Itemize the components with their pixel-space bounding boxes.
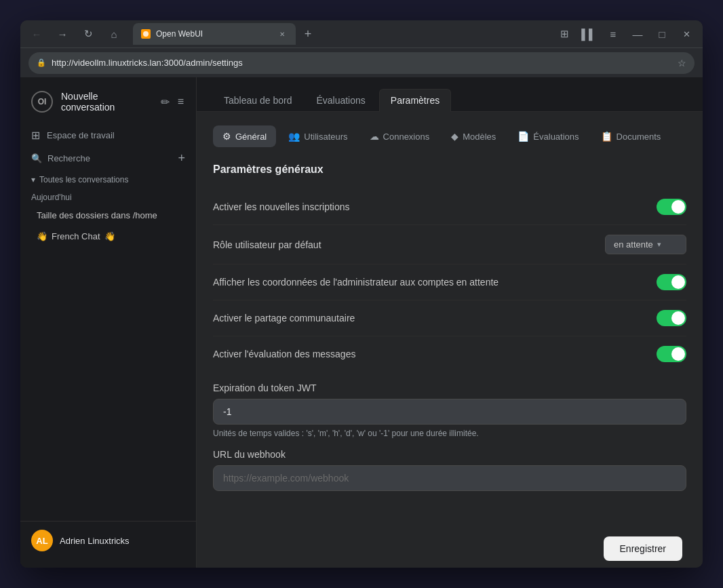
admin-coords-toggle[interactable]	[657, 274, 686, 290]
sidebar-app-title: Nouvelle conversation	[61, 91, 151, 113]
workspace-label: Espace de travail	[47, 130, 115, 140]
settings-row-inscriptions: Activer les nouvelles inscriptions	[213, 189, 686, 225]
conversations-section-header[interactable]: ▾ Toutes les conversations	[31, 175, 185, 184]
community-label: Activer le partage communautaire	[213, 313, 355, 324]
url-text: http://videollm.linuxtricks.lan:3000/adm…	[52, 58, 672, 68]
search-label: Recherche	[47, 153, 172, 163]
lock-icon: 🔒	[37, 58, 46, 67]
role-value: en attente	[614, 239, 653, 250]
tab-title: Open WebUI	[156, 29, 271, 39]
browser-window: ← → ↻ ⌂ Open WebUI ✕ + ⊞ ▌▌ ≡ — □ ✕ 🔒 ht…	[20, 20, 703, 568]
users-icon: 👥	[288, 131, 300, 142]
settings-row-admin-coords: Afficher les coordonnées de l'administra…	[213, 264, 686, 300]
workspace-icon: ⊞	[31, 129, 40, 142]
tab-close-button[interactable]: ✕	[277, 28, 288, 39]
models-icon: ◆	[451, 131, 458, 142]
forward-button[interactable]: →	[52, 23, 73, 45]
wave-emoji-right: 👋	[104, 231, 115, 241]
back-button[interactable]: ←	[26, 23, 47, 45]
maximize-button[interactable]: □	[651, 23, 673, 45]
subnav-connexions[interactable]: ☁ Connexions	[360, 125, 439, 147]
new-chat-icon[interactable]: ✏	[159, 94, 171, 110]
extensions-button[interactable]: ⊞	[553, 23, 575, 45]
wave-emoji-left: 👋	[37, 231, 47, 241]
conversation-item-1[interactable]: Taille des dossiers dans /home	[26, 205, 191, 226]
inscriptions-toggle[interactable]	[657, 199, 686, 215]
search-icon: 🔍	[31, 153, 42, 163]
save-button[interactable]: Enregistrer	[604, 536, 682, 561]
webhook-label: URL du webhook	[213, 449, 686, 460]
section-label: Toutes les conversations	[39, 175, 128, 184]
sidebar-logo: OI	[31, 91, 53, 113]
bookmarks-button[interactable]: ▌▌	[578, 23, 600, 45]
address-bar: 🔒 http://videollm.linuxtricks.lan:3000/a…	[20, 47, 703, 77]
settings-row-role: Rôle utilisateur par défaut en attente ▾	[213, 225, 686, 264]
new-tab-button[interactable]: +	[298, 24, 317, 43]
app-content: OI Nouvelle conversation ✏ ≡ ⊞ Espace de…	[20, 77, 703, 568]
today-label: Aujourd'hui	[20, 190, 196, 205]
sidebar-header-icons: ✏ ≡	[159, 94, 185, 110]
community-toggle[interactable]	[657, 310, 686, 326]
gear-icon: ⚙	[222, 131, 231, 142]
msg-eval-toggle[interactable]	[657, 346, 686, 362]
url-bar[interactable]: 🔒 http://videollm.linuxtricks.lan:3000/a…	[28, 52, 695, 74]
home-button[interactable]: ⌂	[103, 23, 125, 45]
browser-tab[interactable]: Open WebUI ✕	[133, 23, 296, 45]
chevron-down-icon: ▾	[657, 240, 661, 249]
subnav-documents[interactable]: 📋 Documents	[591, 125, 671, 147]
sidebar-menu-icon[interactable]: ≡	[176, 94, 185, 110]
refresh-button[interactable]: ↻	[77, 23, 99, 45]
documents-icon: 📋	[601, 131, 612, 142]
subnav-evaluations[interactable]: 📄 Évaluations	[508, 125, 588, 147]
sub-navigation: ⚙ Général 👥 Utilisateurs ☁ Connexions ◆ …	[213, 125, 686, 147]
settings-row-community: Activer le partage communautaire	[213, 300, 686, 336]
new-search-button[interactable]: +	[178, 151, 185, 165]
sidebar-search[interactable]: 🔍 Recherche +	[20, 147, 196, 170]
cloud-icon: ☁	[370, 131, 379, 142]
top-navigation: Tableau de bord Évaluations Paramètres	[197, 77, 703, 112]
tab-parametres[interactable]: Paramètres	[379, 89, 451, 112]
settings-area: ⚙ Général 👥 Utilisateurs ☁ Connexions ◆ …	[197, 112, 703, 568]
chevron-down-icon: ▾	[31, 175, 35, 184]
webhook-input[interactable]	[213, 465, 686, 491]
tab-controls: ← → ↻ ⌂	[26, 23, 125, 45]
inscriptions-label: Activer les nouvelles inscriptions	[213, 201, 350, 212]
subnav-utilisateurs[interactable]: 👥 Utilisateurs	[279, 125, 357, 147]
tab-evaluations[interactable]: Évaluations	[305, 90, 376, 111]
tab-bar: ← → ↻ ⌂ Open WebUI ✕ + ⊞ ▌▌ ≡ — □ ✕	[20, 20, 703, 47]
sidebar: OI Nouvelle conversation ✏ ≡ ⊞ Espace de…	[20, 77, 197, 568]
main-content: Tableau de bord Évaluations Paramètres ⚙…	[197, 77, 703, 568]
settings-row-msg-eval: Activer l'évaluation des messages	[213, 336, 686, 372]
msg-eval-label: Activer l'évaluation des messages	[213, 349, 355, 359]
settings-section-title: Paramètres généraux	[213, 163, 686, 176]
chrome-menu-button[interactable]: ≡	[602, 23, 624, 45]
eval-doc-icon: 📄	[517, 131, 529, 142]
window-controls: ⊞ ▌▌ ≡ — □ ✕	[553, 23, 697, 45]
tab-dashboard[interactable]: Tableau de bord	[213, 90, 302, 111]
jwt-label: Expiration du token JWT	[213, 383, 686, 393]
svg-point-0	[143, 31, 149, 37]
minimize-button[interactable]: —	[627, 23, 648, 45]
jwt-field-group: Expiration du token JWT Unités de temps …	[213, 383, 686, 438]
webhook-field-group: URL du webhook	[213, 449, 686, 491]
subnav-modeles[interactable]: ◆ Modèles	[442, 125, 505, 147]
conversation-item-2[interactable]: 👋 French Chat 👋	[26, 226, 191, 247]
sidebar-header: OI Nouvelle conversation ✏ ≡	[20, 85, 196, 118]
tab-favicon	[141, 29, 151, 39]
role-select[interactable]: en attente ▾	[605, 235, 686, 254]
sidebar-workspace[interactable]: ⊞ Espace de travail	[20, 123, 196, 147]
jwt-input[interactable]	[213, 399, 686, 425]
subnav-general[interactable]: ⚙ Général	[213, 125, 276, 147]
user-name: Adrien Linuxtricks	[60, 536, 130, 546]
user-avatar: AL	[31, 530, 53, 551]
bookmark-star-icon[interactable]: ☆	[678, 58, 686, 68]
jwt-hint: Unités de temps valides : 's', 'm', 'h',…	[213, 429, 686, 438]
sidebar-conversations-section: ▾ Toutes les conversations	[20, 170, 196, 190]
role-label: Rôle utilisateur par défaut	[213, 239, 321, 250]
french-chat-label: French Chat	[52, 231, 100, 241]
sidebar-footer: AL Adrien Linuxtricks	[20, 521, 196, 560]
close-button[interactable]: ✕	[676, 23, 697, 45]
admin-coords-label: Afficher les coordonnées de l'administra…	[213, 277, 499, 288]
